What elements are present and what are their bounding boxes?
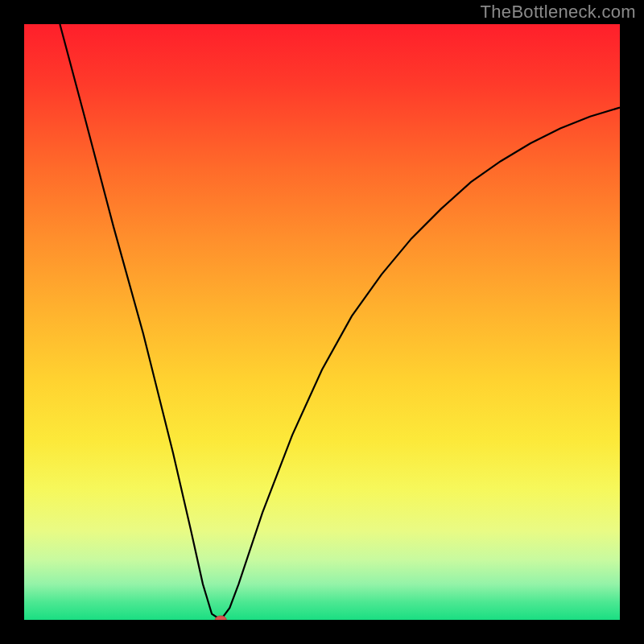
watermark-text: TheBottleneck.com bbox=[481, 2, 636, 23]
bottleneck-curve-path bbox=[60, 24, 620, 620]
chart-svg bbox=[24, 24, 620, 620]
chart-frame: TheBottleneck.com bbox=[0, 0, 644, 644]
plot-area bbox=[24, 24, 620, 620]
